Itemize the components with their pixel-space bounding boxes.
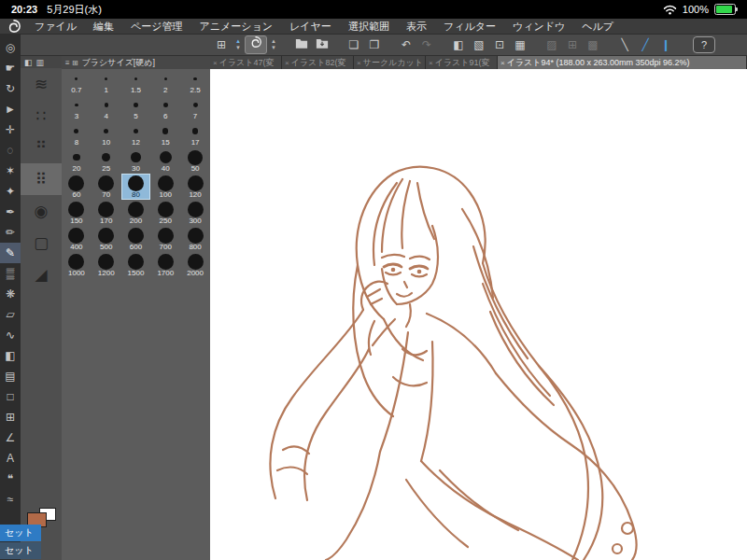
brush-size-cell[interactable]: 50 [180,147,210,174]
tab-close-icon[interactable]: × [285,59,289,67]
snap-grid-icon[interactable]: ⊡ [489,35,510,54]
brush-size-cell[interactable]: 40 [150,147,180,174]
brush-size-cell[interactable]: 600 [121,226,151,252]
brush-size-cell[interactable]: 4 [92,95,121,121]
canvas-tab-2[interactable]: ×サークルカット [354,56,426,69]
tool-operate-icon[interactable]: ► [0,99,21,119]
new-page-icon[interactable]: ❏ [344,35,364,54]
undo-icon[interactable]: ↶ [396,35,416,54]
tool-rotate-icon[interactable]: ↻ [0,78,21,99]
tab-close-icon[interactable]: × [500,59,505,67]
brush-size-cell[interactable]: 700 [150,226,180,252]
selection-launcher-icon[interactable]: ▨ [542,35,562,54]
brush-size-cell[interactable]: 5 [121,95,151,121]
tool-balloon-icon[interactable]: ❝ [0,469,21,489]
brush-size-cell[interactable]: 500 [92,226,121,252]
clip-studio-logo-icon[interactable] [7,20,21,33]
menu-item-0[interactable]: ファイル [26,19,85,34]
brush-size-cell[interactable]: 120 [180,174,210,200]
brush-size-cell[interactable]: 20 [62,147,92,174]
tool-hand-icon[interactable]: ☛ [0,58,21,78]
tool-text-icon[interactable]: A [0,448,21,469]
tool-size-stepper-icon[interactable]: ▲▼ [232,35,245,54]
brush-size-cell[interactable]: 300 [180,200,210,226]
menu-item-6[interactable]: 表示 [398,19,435,34]
tool-frame-icon[interactable]: ⊞ [0,407,21,427]
mesh-transform-icon[interactable]: ▩ [583,35,603,54]
menu-item-9[interactable]: ヘルプ [573,19,622,34]
brush-size-cell[interactable]: 170 [92,200,121,226]
brush-size-cell[interactable]: 60 [62,174,92,200]
canvas-area[interactable] [210,69,747,560]
subtool-slanted-brush-icon[interactable]: ◢ [21,259,62,290]
brush-size-cell[interactable]: 2000 [180,252,210,278]
canvas-tab-1[interactable]: ×イラスト82(変 [282,56,354,69]
tool-blend-icon[interactable]: ∿ [0,325,21,345]
tool-eyedropper-icon[interactable]: ✦ [0,181,21,202]
canvas-tab-3[interactable]: ×イラスト91(変 [426,56,498,69]
current-tool-brush-icon[interactable] [245,35,267,54]
subtool-round-brush-icon[interactable]: ◉ [21,195,62,227]
brush-size-cell[interactable]: 10 [92,121,121,147]
subtool-view-toggle-0-icon[interactable]: ◧ [24,58,33,67]
tool-move-layer-icon[interactable]: ✛ [0,119,21,140]
subtool-dot-brush-dense-icon[interactable]: ⠿ [21,163,62,195]
material-palette-icon[interactable]: ▦ [510,35,530,54]
tool-figure-icon[interactable]: □ [0,386,21,407]
tool-correct-line-icon[interactable]: ≈ [0,489,21,510]
brush-size-cell[interactable]: 250 [150,200,180,226]
brush-size-cell[interactable]: 200 [121,200,151,226]
redo-icon[interactable]: ↷ [416,35,437,54]
menu-item-4[interactable]: レイヤー [281,19,340,34]
subtool-dot-brush-small-icon[interactable]: ⠛ [21,132,62,163]
brush-size-cell[interactable]: 8 [62,121,92,147]
brush-size-cell[interactable]: 1000 [62,252,92,278]
tool-eraser-icon[interactable]: ▱ [0,304,21,325]
brush-size-cell[interactable]: 400 [62,226,92,252]
tool-airbrush-icon[interactable]: ▒ [0,263,21,284]
subtool-flat-brush-icon[interactable]: ▢ [21,227,62,259]
brush-size-cell[interactable]: 1700 [150,252,180,278]
menu-item-7[interactable]: フィルター [435,19,504,34]
subtool-rough-pencil-icon[interactable]: ∷ [21,100,62,132]
brush-size-cell[interactable]: 100 [150,174,180,200]
menu-item-8[interactable]: ウィンドウ [504,19,573,34]
brush-size-cell[interactable]: 1 [92,69,121,95]
tab-close-icon[interactable]: × [429,59,433,67]
tool-brush-icon[interactable]: ✎ [0,243,21,263]
brush-size-cell[interactable]: 3 [62,95,92,121]
pen-pressure-icon[interactable]: ❙ [655,35,676,54]
transform-icon[interactable]: ⊞ [562,35,583,54]
tool-pencil-icon[interactable]: ✏ [0,222,21,243]
brush-size-cell[interactable]: 2 [150,69,180,95]
save-file-icon[interactable] [312,35,332,54]
snap-special-ruler-icon[interactable]: ▧ [469,35,489,54]
brush-size-cell[interactable]: 1.5 [121,69,151,95]
menu-item-1[interactable]: 編集 [85,19,122,34]
tab-close-icon[interactable]: × [357,59,361,67]
open-file-icon[interactable] [291,35,312,54]
tool-gradient-icon[interactable]: ▤ [0,366,21,386]
line-tool-icon[interactable]: ╲ [614,35,635,54]
palette-grid-icon[interactable]: ⊞ [211,35,232,54]
tool-ruler-icon[interactable]: ∠ [0,427,21,448]
brush-size-cell[interactable]: 25 [92,147,121,174]
duplicate-page-icon[interactable]: ❐ [364,35,385,54]
brush-size-cell[interactable]: 15 [150,121,180,147]
tool-pen-icon[interactable]: ✒ [0,202,21,222]
brush-size-cell[interactable]: 2.5 [180,69,210,95]
brush-size-cell[interactable]: 6 [150,95,180,121]
subtool-view-toggle-1-icon[interactable]: ▥ [36,58,45,67]
brush-size-cell[interactable]: 0.7 [62,69,92,95]
curve-tool-icon[interactable]: ╱ [635,35,655,54]
brush-size-cell[interactable]: 800 [180,226,210,252]
tool-zoom-icon[interactable]: ◎ [0,37,21,58]
color-set-tab-1[interactable]: セット [0,542,41,559]
brush-size-cell[interactable]: 30 [121,147,151,174]
brush-size-cell[interactable]: 1200 [92,252,121,278]
brush-size-cell[interactable]: 1500 [121,252,151,278]
brush-size-cell[interactable]: 12 [121,121,151,147]
tool-decoration-icon[interactable]: ❋ [0,284,21,304]
menu-item-2[interactable]: ページ管理 [122,19,191,34]
brush-size-cell[interactable]: 17 [180,121,210,147]
